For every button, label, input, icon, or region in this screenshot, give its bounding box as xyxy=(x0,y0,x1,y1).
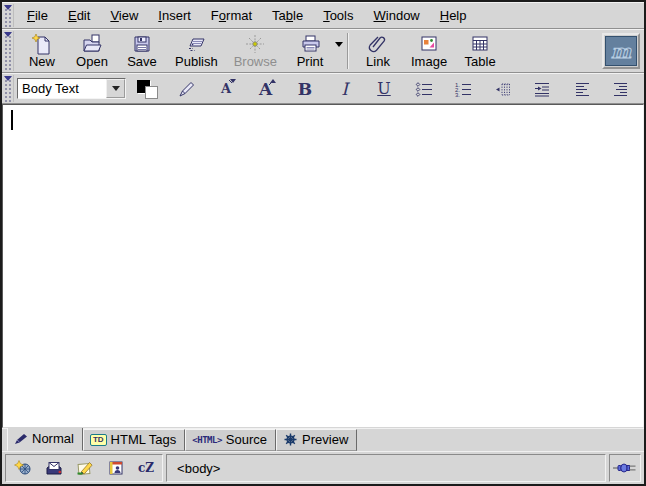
tab-label: Preview xyxy=(302,432,348,447)
menu-edit[interactable]: Edit xyxy=(58,5,100,26)
bold-button[interactable]: B xyxy=(292,77,318,101)
print-dropdown-arrow-icon[interactable] xyxy=(335,42,343,47)
publish-button[interactable]: Publish xyxy=(167,32,226,71)
chevron-down-icon xyxy=(112,86,120,91)
menu-format[interactable]: Format xyxy=(201,5,262,26)
button-label: Table xyxy=(465,55,496,69)
indent-icon xyxy=(532,80,552,98)
outdent-icon xyxy=(493,80,513,98)
menu-label: elp xyxy=(449,8,466,23)
main-toolbar-grippy[interactable] xyxy=(3,31,14,71)
italic-icon: I xyxy=(341,79,348,99)
tab-label: HTML Tags xyxy=(111,432,177,447)
chatzilla-icon[interactable]: cZ xyxy=(138,461,154,475)
tab-label: Normal xyxy=(32,431,74,446)
highlight-color-button[interactable] xyxy=(174,77,200,101)
save-button[interactable]: Save xyxy=(117,32,167,71)
button-label: Open xyxy=(76,55,108,69)
table-grid-icon xyxy=(469,34,491,54)
menu-tools[interactable]: Tools xyxy=(313,5,363,26)
numbered-list-button[interactable]: 1.2.3. xyxy=(450,77,476,101)
menu-label: ools xyxy=(330,8,354,23)
menubar-grippy[interactable] xyxy=(3,4,14,27)
menu-label: rmat xyxy=(226,8,252,23)
text-color-picker[interactable] xyxy=(134,77,160,101)
link-button[interactable]: Link xyxy=(353,32,403,71)
td-tag-icon: TD xyxy=(90,434,107,446)
menu-insert[interactable]: Insert xyxy=(148,5,201,26)
paragraph-format-select[interactable]: Body Text xyxy=(17,78,126,99)
image-button[interactable]: Image xyxy=(403,32,455,71)
increase-font-button[interactable]: A xyxy=(253,77,279,101)
italic-button[interactable]: I xyxy=(332,77,358,101)
paragraph-format-value: Body Text xyxy=(18,81,106,96)
browse-button[interactable]: Browse xyxy=(226,32,285,71)
menu-help[interactable]: Help xyxy=(430,5,477,26)
online-status-cell xyxy=(609,454,641,482)
button-label: Print xyxy=(297,55,324,69)
svg-text:m: m xyxy=(611,40,632,62)
menu-bar: File Edit View Insert Format Table Tools… xyxy=(2,2,644,29)
table-button[interactable]: Table xyxy=(455,32,505,71)
component-bar: cZ xyxy=(5,454,163,482)
menu-label: V xyxy=(110,8,118,23)
mail-icon[interactable] xyxy=(45,460,63,476)
toolbar-separator xyxy=(347,33,349,69)
menu-table[interactable]: Table xyxy=(262,5,313,26)
menu-file[interactable]: File xyxy=(17,5,58,26)
tab-source[interactable]: <HTML> Source xyxy=(185,429,276,451)
align-right-icon xyxy=(611,80,631,98)
tab-html-tags[interactable]: TD HTML Tags xyxy=(83,429,185,451)
align-right-button[interactable] xyxy=(608,77,634,101)
composer-window: File Edit View Insert Format Table Tools… xyxy=(0,0,646,486)
menu-label: o xyxy=(219,8,226,23)
menu-label: F xyxy=(211,8,219,23)
align-left-icon xyxy=(572,80,592,98)
align-left-button[interactable] xyxy=(569,77,595,101)
menu-label: F xyxy=(27,8,35,23)
outdent-button[interactable] xyxy=(490,77,516,101)
pen-icon xyxy=(14,433,28,445)
menu-view[interactable]: View xyxy=(100,5,148,26)
mozilla-throbber[interactable]: m xyxy=(602,33,640,69)
menu-label: ile xyxy=(35,8,48,23)
mozilla-m-logo: m xyxy=(605,36,637,66)
bold-icon: B xyxy=(298,79,312,99)
main-toolbar: New Open Save Publish Browse xyxy=(2,29,644,73)
button-label: Browse xyxy=(234,55,277,69)
edit-mode-tabbar: Normal TD HTML Tags <HTML> Source Previe… xyxy=(2,428,644,451)
publish-icon xyxy=(184,34,208,54)
decrease-font-button[interactable]: A xyxy=(213,77,239,101)
combo-dropdown-button[interactable] xyxy=(106,79,125,98)
address-book-icon[interactable] xyxy=(107,460,125,476)
status-bar: cZ <body> xyxy=(2,451,644,484)
open-folder-icon xyxy=(81,34,103,54)
html-brackets-icon: <HTML> xyxy=(192,435,222,445)
tab-normal[interactable]: Normal xyxy=(7,427,83,451)
tab-preview[interactable]: Preview xyxy=(276,429,357,451)
text-color-swatch-icon xyxy=(136,79,158,99)
open-button[interactable]: Open xyxy=(67,32,117,71)
bullet-list-icon xyxy=(414,80,434,98)
button-label: Publish xyxy=(175,55,218,69)
online-plug-icon[interactable] xyxy=(613,461,637,475)
new-button[interactable]: New xyxy=(17,32,67,71)
button-label: Link xyxy=(366,55,390,69)
menu-label: E xyxy=(68,8,77,23)
document-edit-area[interactable] xyxy=(2,104,644,428)
image-icon xyxy=(418,34,440,54)
underline-button[interactable]: U xyxy=(371,77,397,101)
link-paperclip-icon xyxy=(367,34,389,54)
indent-button[interactable] xyxy=(529,77,555,101)
navigator-icon[interactable] xyxy=(14,460,32,476)
button-label: Save xyxy=(127,55,157,69)
menu-label: nsert xyxy=(162,8,191,23)
arrow-up-icon xyxy=(269,79,277,86)
element-path-body[interactable]: <body> xyxy=(177,461,220,476)
print-button[interactable]: Print xyxy=(285,32,335,71)
format-toolbar-grippy[interactable] xyxy=(3,75,14,102)
bullet-list-button[interactable] xyxy=(411,77,437,101)
menu-window[interactable]: Window xyxy=(364,5,430,26)
element-path-cell: <body> xyxy=(166,454,606,482)
composer-icon[interactable] xyxy=(76,460,94,476)
